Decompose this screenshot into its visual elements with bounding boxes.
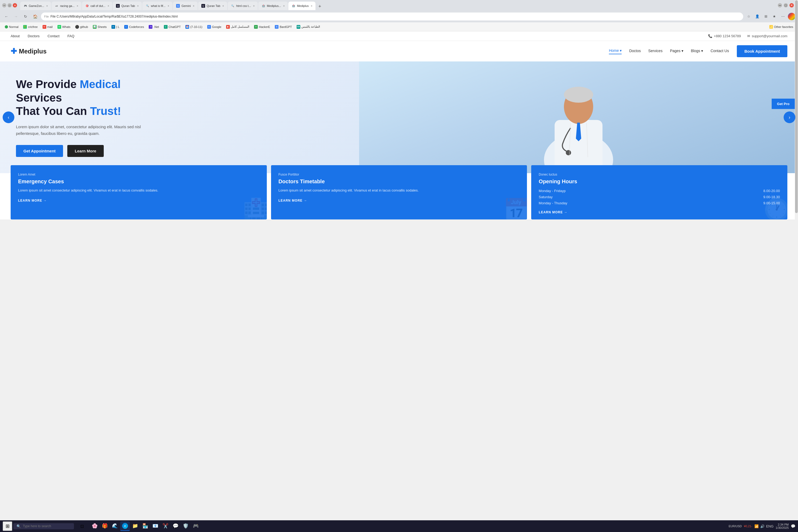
card-timetable-link[interactable]: LEARN MORE →: [279, 199, 520, 203]
bookmark-dotnet[interactable]: .N .Net: [147, 24, 161, 30]
window-restore[interactable]: □: [784, 3, 788, 7]
maximize-button[interactable]: □: [7, 3, 12, 7]
bookmark-chatgpt[interactable]: C ChatGPT: [162, 24, 183, 30]
get-appointment-button[interactable]: Get Appointment: [16, 145, 63, 157]
nav-contact-us[interactable]: Contact Us: [710, 49, 729, 54]
tab-gamezon[interactable]: 🎮GameZon...×: [20, 2, 51, 10]
nav-home[interactable]: Home ▾: [609, 49, 622, 54]
hero-next-button[interactable]: ›: [784, 111, 795, 123]
bookmark-cricfree[interactable]: 🟢 cricfree: [21, 24, 40, 30]
browser-chrome: ─ □ ✕ 🎮GameZon...× 🏎racing ga...× 🎯call …: [0, 0, 798, 32]
card-hours-bg-icon: 🕐: [763, 197, 787, 220]
bookmark-github[interactable]: ⬛ github: [73, 24, 90, 30]
close-window-button[interactable]: ✕: [13, 3, 17, 7]
tab-whatisfif[interactable]: 🔍what is fif...×: [142, 2, 172, 10]
bookmark-sheets[interactable]: 📊 Sheets: [91, 24, 109, 30]
home-button[interactable]: 🏠: [32, 13, 39, 20]
tabs-bar: 🎮GameZon...× 🏎racing ga...× 🎯call of dut…: [18, 1, 775, 10]
forward-button[interactable]: →: [12, 13, 20, 20]
bookmark-star-button[interactable]: ☆: [745, 13, 752, 20]
main-nav: ✚ Mediplus Home ▾ Doctos Services Pages …: [0, 41, 798, 61]
bookmark-bardgpt[interactable]: B BardGPT: [273, 24, 294, 30]
hero-title-line2: That You Can: [16, 105, 90, 117]
tab-racing[interactable]: 🏎racing ga...×: [52, 2, 81, 10]
bookmark-typing[interactable]: ⌨ الطباعة باللمس: [294, 24, 322, 30]
phone-number: +880 1234 56789: [714, 34, 741, 38]
hero-prev-button[interactable]: ‹: [3, 111, 14, 123]
website-content: About Doctors Contact FAQ 📞 +880 1234 56…: [0, 32, 798, 220]
book-appointment-button[interactable]: Book Appointment: [737, 45, 787, 57]
card-hours-link[interactable]: LEARN MORE →: [539, 210, 780, 214]
get-pro-button[interactable]: Get Pro: [772, 99, 795, 109]
bookmarks-more[interactable]: 📁 Other favorites: [767, 24, 795, 30]
card-emergency-title: Emergency Cases: [18, 178, 259, 185]
svg-point-3: [564, 87, 593, 103]
bookmark-7-10-11[interactable]: 📅 (7-10-11): [183, 24, 204, 30]
tab-callofduty[interactable]: 🎯call of dut...×: [82, 2, 112, 10]
minimize-button[interactable]: ─: [2, 3, 6, 7]
card-timetable: Fusce Porttitor Doctors Timetable Lorem …: [271, 165, 527, 220]
hours-time-1: 8.00-20.00: [763, 189, 780, 193]
hero-description: Lorem ipsum dolor sit amet, consectetur …: [16, 124, 144, 137]
learn-more-button[interactable]: Learn More: [67, 145, 104, 157]
refresh-button[interactable]: ↻: [22, 13, 29, 20]
card-emergency-label: Lorem Amet: [18, 173, 259, 176]
tab-quran2[interactable]: QQuran Tab×: [198, 2, 227, 10]
tab-htmlcss[interactable]: 🔍html css t...×: [228, 2, 258, 10]
edge-profile-avatar[interactable]: [788, 13, 795, 20]
card-hours-title: Opening Hours: [539, 178, 780, 185]
hours-row-3: Monday - Thusday 9.00-15.00: [539, 200, 780, 206]
top-nav-faq[interactable]: FAQ: [68, 34, 75, 38]
bookmarks-bar: Normal 🟢 cricfree M mail W Whats ⬛ githu…: [0, 22, 798, 32]
profile-button[interactable]: 👤: [754, 13, 761, 20]
back-button[interactable]: ←: [3, 13, 10, 20]
card-timetable-bg-icon: 📅: [503, 197, 527, 220]
nav-pages[interactable]: Pages ▾: [670, 49, 684, 54]
tab-mediplus2[interactable]: 🏥Mediplus×: [288, 2, 316, 10]
bookmark-linkedin[interactable]: in | L: [109, 24, 121, 30]
hero-section: ‹ We Provide Medical Services That You C…: [0, 61, 798, 173]
hero-buttons: Get Appointment Learn More: [16, 145, 144, 157]
email-icon: ✉: [747, 34, 750, 38]
hours-row-1: Monday - Fridayp 8.00-20.00: [539, 188, 780, 194]
hours-day-2: Saturday: [539, 195, 552, 199]
bookmark-hackere[interactable]: H HackerE: [252, 24, 272, 30]
title-bar-controls: ─ □ ✕: [2, 3, 17, 7]
hero-title-part1: We Provide: [16, 78, 80, 91]
new-tab-button[interactable]: +: [316, 3, 323, 10]
card-emergency-link[interactable]: LEARN MORE →: [18, 199, 259, 203]
window-minimize[interactable]: ─: [778, 3, 782, 7]
phone-contact: 📞 +880 1234 56789: [708, 34, 741, 38]
bookmark-musalsal[interactable]: ▶ المسلسل كامل: [224, 24, 251, 30]
svg-point-4: [566, 150, 571, 155]
bookmark-whats[interactable]: W Whats: [55, 24, 73, 30]
address-input-box[interactable]: File File C:/Users/M8raby/AppData/Local/…: [41, 13, 743, 20]
card-timetable-desc: Lorem ipsum sit amet consectetur adipisc…: [279, 188, 520, 193]
logo-text: Mediplus: [19, 48, 46, 55]
window-close[interactable]: ✕: [790, 3, 794, 7]
top-info-bar: About Doctors Contact FAQ 📞 +880 1234 56…: [0, 32, 798, 41]
top-nav-about[interactable]: About: [11, 34, 20, 38]
top-nav-doctors[interactable]: Doctors: [28, 34, 40, 38]
tab-mediplus1[interactable]: 🏥Mediplus...×: [258, 2, 288, 10]
nav-doctos[interactable]: Doctos: [629, 49, 641, 54]
address-icons: ☆ 👤 ⊞ ★ ⋯: [745, 13, 795, 20]
bookmark-mail[interactable]: M mail: [40, 24, 55, 30]
settings-button[interactable]: ⋯: [779, 13, 786, 20]
hours-day-1: Monday - Fridayp: [539, 189, 566, 193]
bookmark-normal[interactable]: Normal: [3, 24, 20, 29]
nav-services[interactable]: Services: [648, 49, 663, 54]
site-logo[interactable]: ✚ Mediplus: [11, 47, 46, 56]
tab-gemini[interactable]: GGemini×: [173, 2, 198, 10]
top-nav-contact[interactable]: Contact: [48, 34, 60, 38]
hero-image-area: [359, 61, 798, 173]
bookmark-codeforces[interactable]: C Codeforces: [122, 24, 146, 30]
bookmark-google[interactable]: G Google: [205, 24, 224, 30]
collections-button[interactable]: ⊞: [762, 13, 769, 20]
favorites-button[interactable]: ★: [771, 13, 778, 20]
address-bar: ← → ↻ 🏠 File File C:/Users/M8raby/AppDat…: [0, 11, 798, 22]
nav-blogs[interactable]: Blogs ▾: [691, 49, 703, 54]
tab-quran1[interactable]: QQuran Tab×: [113, 2, 142, 10]
hours-list: Monday - Fridayp 8.00-20.00 Saturday 9.0…: [539, 188, 780, 206]
hero-title-part2: Services: [16, 92, 62, 104]
